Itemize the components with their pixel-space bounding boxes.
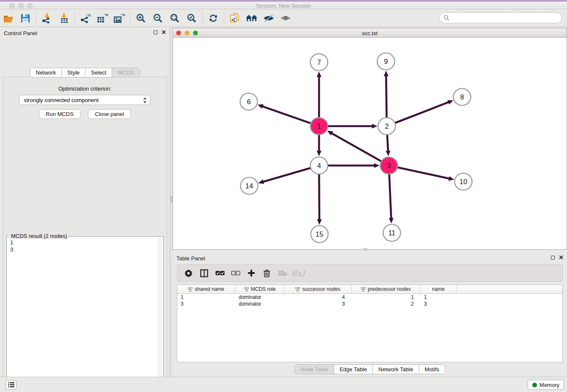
cell-shared-name[interactable]: 1 xyxy=(177,294,235,301)
zoom-selected-button[interactable] xyxy=(183,11,200,26)
export-network-button[interactable] xyxy=(77,11,94,26)
export-image-button[interactable] xyxy=(111,11,128,26)
tab-network[interactable]: Network xyxy=(30,68,62,77)
graph-edge-4-15[interactable] xyxy=(317,173,322,225)
close-table-panel-icon[interactable]: ✕ xyxy=(559,255,564,260)
fx-icon: f(x) xyxy=(292,269,305,278)
memory-button[interactable]: Memory xyxy=(528,380,564,390)
graph-edge-1-7[interactable] xyxy=(317,72,321,119)
graph-edge-1-2[interactable] xyxy=(327,124,377,128)
tab-network-table[interactable]: Network Table xyxy=(373,365,419,374)
run-mcds-button[interactable]: Run MCDS xyxy=(39,109,80,119)
unselect-all-columns-button[interactable] xyxy=(228,266,243,280)
import-table-icon xyxy=(58,13,69,23)
hierarchy-icon xyxy=(188,287,193,292)
graph-node-10[interactable]: 10 xyxy=(455,173,472,190)
home-layout-button[interactable] xyxy=(243,11,260,26)
cell-shared-name[interactable]: 3 xyxy=(177,301,235,307)
graph-node-15[interactable]: 15 xyxy=(311,226,328,243)
cell-successor-nodes[interactable]: 4 xyxy=(285,294,352,301)
cell-mcds-role[interactable]: dominator xyxy=(235,294,285,301)
function-builder-button[interactable]: f(x) xyxy=(290,266,306,280)
search-input[interactable] xyxy=(449,15,561,21)
graph-edge-2-8[interactable] xyxy=(394,100,454,123)
tab-mcds[interactable]: MCDS xyxy=(112,68,139,77)
tab-edge-table[interactable]: Edge Table xyxy=(334,365,373,374)
graph-edge-2-9[interactable] xyxy=(384,71,388,119)
graph-edge-1-4[interactable] xyxy=(317,134,321,156)
show-graphics-button[interactable] xyxy=(277,11,294,26)
delete-table-button[interactable] xyxy=(275,266,290,280)
tab-select[interactable]: Select xyxy=(85,68,112,77)
main-toolbar xyxy=(0,9,567,27)
node-table: shared name MCDS role successor nodes pr… xyxy=(177,284,563,362)
cell-successor-nodes[interactable]: 3 xyxy=(285,301,352,307)
cell-predecessor-nodes[interactable]: 2 xyxy=(352,301,421,307)
cell-name[interactable]: 1 xyxy=(421,294,457,301)
graph-node-2[interactable]: 2 xyxy=(378,118,396,135)
network-graph-canvas[interactable]: 7968124314101511 xyxy=(173,38,567,249)
cell-name[interactable]: 3 xyxy=(421,301,457,307)
tab-motifs[interactable]: Motifs xyxy=(419,365,445,374)
float-panel-icon[interactable] xyxy=(154,30,157,34)
zoom-in-button[interactable] xyxy=(132,11,149,26)
graph-node-1[interactable]: 1 xyxy=(311,118,328,135)
clone-network-button[interactable] xyxy=(226,11,243,26)
import-network-button[interactable] xyxy=(39,11,55,26)
hide-graphics-button[interactable] xyxy=(260,11,277,26)
zoom-fit-button[interactable] xyxy=(166,11,183,26)
refresh-view-button[interactable] xyxy=(205,11,222,26)
mcds-result-list[interactable]: 1 3 xyxy=(7,237,158,392)
column-header-shared-name[interactable]: shared name xyxy=(177,285,235,293)
cell-predecessor-nodes[interactable]: 1 xyxy=(352,294,421,301)
add-column-button[interactable] xyxy=(243,266,259,280)
graph-edge-3-11[interactable] xyxy=(389,173,394,224)
graph-node-7[interactable]: 7 xyxy=(311,54,328,71)
import-table-button[interactable] xyxy=(55,11,72,26)
select-all-columns-button[interactable] xyxy=(212,266,228,280)
close-panel-button[interactable]: Close panel xyxy=(88,109,131,119)
graph-edge-4-14[interactable] xyxy=(258,168,312,184)
tab-node-table[interactable]: Node Table xyxy=(295,365,334,374)
task-history-button[interactable] xyxy=(6,380,17,389)
graph-edge-3-1[interactable] xyxy=(327,131,382,162)
result-scrollbar[interactable] xyxy=(158,237,163,392)
search-field[interactable] xyxy=(439,12,562,23)
delete-columns-button[interactable] xyxy=(259,266,275,280)
graph-edge-4-3[interactable] xyxy=(327,163,380,168)
column-header-mcds-role[interactable]: MCDS role xyxy=(235,285,285,293)
table-row[interactable]: 3 dominator 3 2 3 xyxy=(177,301,562,307)
graph-node-6[interactable]: 6 xyxy=(240,93,258,110)
close-panel-icon[interactable]: ✕ xyxy=(161,30,166,35)
network-window-titlebar[interactable]: × − + scc.txt xyxy=(173,28,567,38)
show-columns-button[interactable] xyxy=(196,266,212,280)
vertical-splitter[interactable] xyxy=(170,27,173,377)
graph-node-3[interactable]: 3 xyxy=(380,157,398,174)
graph-edge-2-3[interactable] xyxy=(386,134,391,156)
graph-node-14[interactable]: 14 xyxy=(241,177,258,194)
svg-text:2: 2 xyxy=(385,122,388,130)
graph-edge-1-6[interactable] xyxy=(258,104,312,124)
table-settings-button[interactable] xyxy=(181,266,196,280)
column-header-successor-nodes[interactable]: successor nodes xyxy=(285,285,352,293)
criterion-dropdown[interactable]: strongly connected component xyxy=(19,95,150,105)
cell-mcds-role[interactable]: dominator xyxy=(235,301,285,307)
export-table-button[interactable] xyxy=(94,11,111,26)
horizontal-splitter-grip[interactable] xyxy=(363,248,367,251)
export-network-icon xyxy=(80,13,91,23)
column-header-name[interactable]: name xyxy=(421,285,457,293)
tab-style[interactable]: Style xyxy=(62,68,85,77)
graph-node-4[interactable]: 4 xyxy=(311,157,328,174)
table-row[interactable]: 1 dominator 4 1 1 xyxy=(177,294,562,301)
graph-edge-3-10[interactable] xyxy=(396,167,454,181)
graph-node-11[interactable]: 11 xyxy=(383,224,401,241)
zoom-out-button[interactable] xyxy=(149,11,166,26)
save-session-button[interactable] xyxy=(17,11,34,26)
svg-text:6: 6 xyxy=(247,98,250,105)
toolbar-separator xyxy=(224,11,224,25)
float-table-panel-icon[interactable] xyxy=(551,256,555,259)
graph-node-9[interactable]: 9 xyxy=(377,53,395,70)
column-header-predecessor-nodes[interactable]: predecessor nodes xyxy=(352,285,421,293)
graph-node-8[interactable]: 8 xyxy=(454,88,471,105)
open-session-button[interactable] xyxy=(0,11,17,26)
